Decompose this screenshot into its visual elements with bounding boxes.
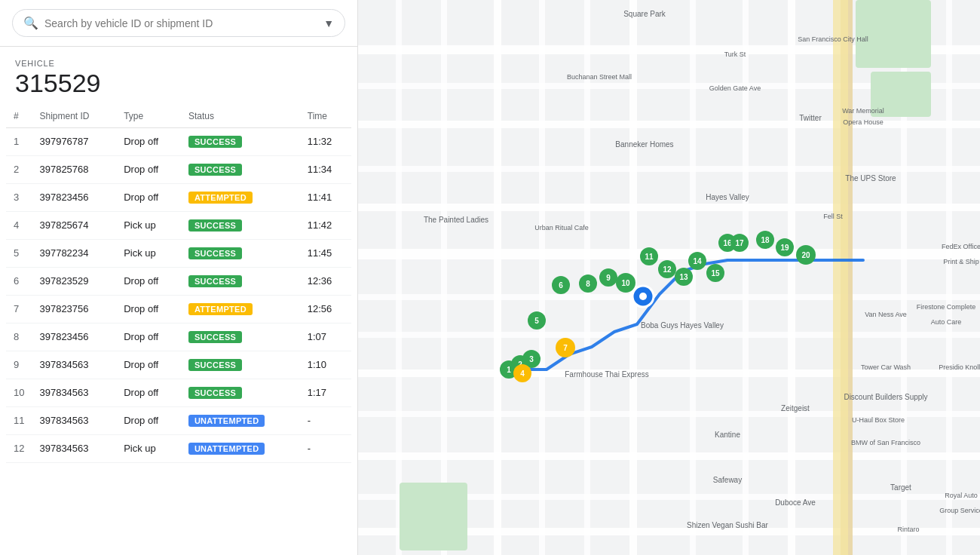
table-row[interactable]: 4 397825674 Pick up SUCCESS 11:42	[6, 211, 351, 239]
svg-text:9: 9	[606, 274, 611, 282]
svg-text:Boba Guys Hayes Valley: Boba Guys Hayes Valley	[641, 321, 724, 330]
col-header-status: Status	[181, 105, 300, 128]
row-status: UNATTEMPTED	[181, 406, 300, 434]
row-num: 11	[6, 406, 32, 434]
search-icon: 🔍	[23, 16, 38, 30]
svg-text:13: 13	[679, 273, 688, 281]
table-row[interactable]: 1 397976787 Drop off SUCCESS 11:32	[6, 127, 351, 155]
left-panel: 🔍 ▼ VEHICLE 315529 # Shipment ID Type St…	[0, 0, 358, 555]
vehicle-id: 315529	[15, 68, 342, 99]
status-badge: SUCCESS	[188, 164, 242, 176]
svg-text:17: 17	[735, 239, 744, 247]
row-type: Drop off	[116, 267, 181, 295]
table-row[interactable]: 6 397823529 Drop off SUCCESS 12:36	[6, 267, 351, 295]
row-shipment-id: 397782234	[32, 239, 116, 267]
svg-text:5: 5	[534, 317, 539, 325]
row-status: SUCCESS	[181, 323, 300, 351]
svg-rect-5	[358, 204, 980, 211]
status-badge: UNATTEMPTED	[188, 415, 265, 427]
svg-text:19: 19	[780, 244, 789, 252]
svg-text:San Francisco City Hall: San Francisco City Hall	[798, 35, 868, 43]
table-row[interactable]: 2 397825768 Drop off SUCCESS 11:34	[6, 155, 351, 183]
svg-text:U-Haul Box Store: U-Haul Box Store	[852, 416, 905, 424]
table-row[interactable]: 10 397834563 Drop off SUCCESS 1:17	[6, 379, 351, 406]
row-num: 1	[6, 127, 32, 155]
svg-text:Kantine: Kantine	[715, 431, 740, 439]
svg-text:Firestone Complete: Firestone Complete	[917, 303, 976, 311]
svg-text:1: 1	[507, 366, 511, 374]
svg-text:7: 7	[563, 344, 568, 352]
row-type: Drop off	[116, 127, 181, 155]
row-shipment-id: 397976787	[32, 127, 116, 155]
svg-text:14: 14	[693, 257, 702, 265]
svg-text:20: 20	[801, 251, 810, 259]
svg-rect-22	[788, 0, 795, 555]
row-type: Pick up	[116, 434, 181, 462]
row-shipment-id: 397834563	[32, 406, 116, 434]
svg-text:Tower Car Wash: Tower Car Wash	[861, 363, 911, 371]
row-shipment-id: 397823529	[32, 267, 116, 295]
svg-text:Golden Gate Ave: Golden Gate Ave	[709, 84, 761, 92]
row-time: 11:32	[300, 127, 351, 155]
col-header-time: Time	[300, 105, 351, 128]
row-time: 1:10	[300, 351, 351, 379]
row-type: Drop off	[116, 323, 181, 351]
table-row[interactable]: 3 397823456 Drop off ATTEMPTED 11:41	[6, 183, 351, 211]
table-row[interactable]: 8 397823456 Drop off SUCCESS 1:07	[6, 323, 351, 351]
svg-text:3: 3	[529, 355, 534, 363]
row-status: SUCCESS	[181, 239, 300, 267]
svg-text:Opera House: Opera House	[843, 118, 884, 126]
search-input[interactable]	[44, 17, 317, 29]
table-row[interactable]: 5 397782234 Pick up SUCCESS 11:45	[6, 239, 351, 267]
svg-text:Duboce Ave: Duboce Ave	[775, 498, 816, 507]
svg-rect-4	[358, 166, 980, 172]
svg-text:6: 6	[559, 281, 563, 290]
svg-text:12: 12	[663, 265, 672, 274]
row-status: ATTEMPTED	[181, 295, 300, 323]
status-badge: SUCCESS	[188, 359, 242, 371]
col-header-shipment-id: Shipment ID	[32, 105, 116, 128]
svg-point-71	[639, 293, 647, 300]
row-num: 4	[6, 211, 32, 239]
svg-text:4: 4	[520, 369, 525, 378]
svg-text:Print & Ship: Print & Ship	[943, 258, 979, 265]
row-status: SUCCESS	[181, 379, 300, 406]
svg-text:Hayes Valley: Hayes Valley	[706, 193, 749, 201]
table-row[interactable]: 9 397834563 Drop off SUCCESS 1:10	[6, 351, 351, 379]
table-row[interactable]: 11 397834563 Drop off UNATTEMPTED -	[6, 406, 351, 434]
status-badge: SUCCESS	[188, 136, 242, 148]
row-shipment-id: 397825768	[32, 155, 116, 183]
table-row[interactable]: 12 397834563 Pick up UNATTEMPTED -	[6, 434, 351, 462]
svg-rect-29	[833, 0, 848, 555]
row-shipment-id: 397834563	[32, 434, 116, 462]
col-header-num: #	[6, 105, 32, 128]
search-bar[interactable]: 🔍 ▼	[12, 9, 345, 37]
col-header-type: Type	[116, 105, 181, 128]
svg-text:Group Service: Group Service	[939, 507, 980, 514]
row-type: Drop off	[116, 351, 181, 379]
row-type: Drop off	[116, 379, 181, 406]
row-shipment-id: 397823456	[32, 183, 116, 211]
row-time: 11:42	[300, 211, 351, 239]
svg-text:Farmhouse Thai Express: Farmhouse Thai Express	[565, 370, 649, 379]
row-num: 12	[6, 434, 32, 462]
svg-rect-27	[856, 0, 931, 68]
svg-text:Presidio Knolls: Presidio Knolls	[939, 363, 980, 371]
table-row[interactable]: 7 397823756 Drop off ATTEMPTED 12:56	[6, 295, 351, 323]
svg-text:11: 11	[645, 253, 654, 261]
svg-rect-6	[358, 249, 980, 259]
row-time: 1:07	[300, 323, 351, 351]
svg-text:Buchanan Street Mall: Buchanan Street Mall	[567, 73, 632, 81]
svg-text:Target: Target	[890, 483, 911, 492]
svg-rect-14	[396, 0, 402, 555]
row-time: 12:36	[300, 267, 351, 295]
row-num: 9	[6, 351, 32, 379]
svg-text:Rintaro: Rintaro	[897, 526, 919, 533]
row-status: ATTEMPTED	[181, 183, 300, 211]
svg-rect-21	[743, 0, 749, 555]
svg-text:18: 18	[761, 236, 770, 244]
shipments-table: # Shipment ID Type Status Time 1 3979767…	[6, 105, 351, 463]
chevron-down-icon[interactable]: ▼	[323, 17, 334, 29]
row-status: UNATTEMPTED	[181, 434, 300, 462]
svg-text:10: 10	[621, 279, 630, 287]
